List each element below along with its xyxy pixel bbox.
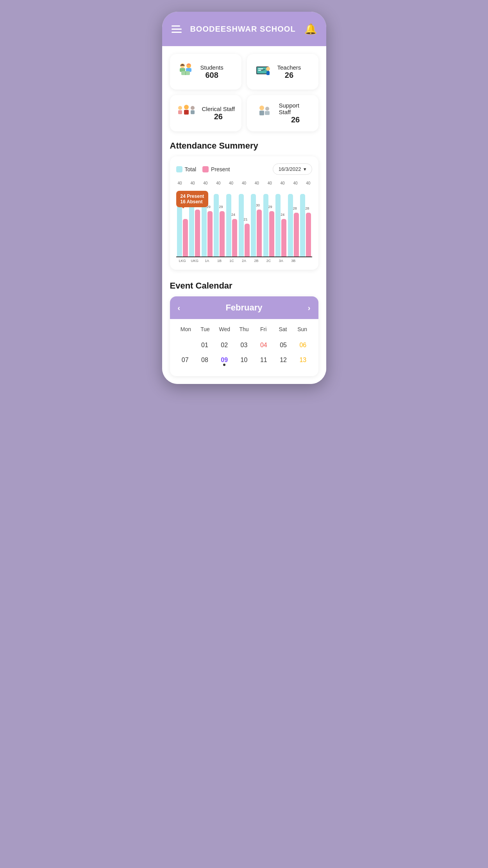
- legend-total: Total: [176, 166, 197, 172]
- support-value: 26: [279, 115, 312, 124]
- bar-1c: 24: [226, 187, 238, 256]
- cal-day-01[interactable]: 01: [196, 338, 214, 353]
- cal-day-09[interactable]: 09: [215, 353, 233, 370]
- bar-1b: 29: [214, 187, 225, 256]
- today-dot: [223, 364, 225, 366]
- support-card[interactable]: Support Staff 26: [247, 95, 318, 131]
- next-month-button[interactable]: ›: [308, 303, 311, 312]
- bar-2a: 21: [238, 187, 250, 256]
- cal-day-13[interactable]: 13: [294, 353, 312, 370]
- day-sun: Sun: [293, 324, 312, 335]
- cal-day-03[interactable]: 03: [235, 338, 253, 353]
- day-names-row: Mon Tue Wed Thu Fri Sat Sun: [176, 324, 312, 335]
- clerical-icon: [176, 102, 197, 124]
- svg-point-18: [191, 106, 195, 110]
- calendar-grid: Mon Tue Wed Thu Fri Sat Sun 01 02 03 04 …: [170, 319, 318, 376]
- svg-rect-14: [178, 110, 182, 114]
- svg-rect-23: [265, 111, 270, 115]
- cal-day-07[interactable]: 07: [176, 353, 194, 370]
- dropdown-icon: ▾: [304, 166, 306, 172]
- svg-point-15: [184, 105, 189, 109]
- notification-button[interactable]: [304, 23, 317, 35]
- phone-container: BOODEESHWAR SCHOOL: [162, 12, 326, 384]
- menu-button[interactable]: [172, 23, 182, 35]
- present-label: Present: [211, 166, 230, 172]
- teachers-value: 26: [277, 71, 301, 80]
- clerical-card[interactable]: Clerical Staff 26: [170, 95, 241, 131]
- support-text: Support Staff 26: [279, 102, 312, 124]
- cal-day-05[interactable]: 05: [274, 338, 292, 353]
- day-wed: Wed: [215, 324, 234, 335]
- svg-rect-21: [259, 111, 264, 115]
- cal-day-12[interactable]: 12: [274, 353, 292, 370]
- svg-point-20: [259, 106, 264, 110]
- cal-day-04[interactable]: 04: [255, 338, 273, 353]
- teachers-text: Teachers 26: [277, 64, 301, 80]
- calendar-title: Event Calendar: [170, 281, 318, 291]
- students-label: Students: [200, 64, 223, 71]
- bar-2b: 30: [251, 187, 262, 256]
- cal-day-08[interactable]: 08: [196, 353, 214, 370]
- teachers-label: Teachers: [277, 64, 301, 71]
- teachers-icon: [253, 61, 272, 82]
- bar-extra: 28: [300, 187, 311, 256]
- date-selector[interactable]: 16/3/2022 ▾: [273, 163, 312, 175]
- clerical-value: 26: [202, 112, 235, 121]
- bar-present-lkg: [183, 219, 188, 256]
- chart-x-labels: LKG UKG 1A 1B 1C 2A 2B 2C 3A 3B: [176, 257, 312, 263]
- date-value: 16/3/2022: [279, 166, 301, 172]
- cal-day-02[interactable]: 02: [215, 338, 233, 353]
- clerical-label: Clerical Staff: [202, 106, 235, 112]
- present-dot: [202, 166, 209, 172]
- day-fri: Fri: [254, 324, 273, 335]
- month-label: February: [225, 303, 262, 313]
- cal-day-11[interactable]: 11: [255, 353, 273, 370]
- students-value: 608: [200, 71, 223, 80]
- calendar-card: ‹ February › Mon Tue Wed Thu Fri Sat Sun: [170, 296, 318, 376]
- teachers-card[interactable]: Teachers 26: [247, 54, 318, 90]
- week-1: 01 02 03 04 05 06: [176, 338, 312, 353]
- week-2: 07 08 09 10 11 12 13: [176, 353, 312, 370]
- day-thu: Thu: [234, 324, 254, 335]
- main-content: Students 608: [162, 46, 326, 384]
- bar-3a: 24: [275, 187, 287, 256]
- total-labels: 4040404040 404040404040: [176, 181, 312, 185]
- bar-2c: 29: [263, 187, 274, 256]
- total-label: Total: [185, 166, 197, 172]
- students-text: Students 608: [200, 64, 223, 80]
- chart-legend: Total Present: [176, 166, 230, 172]
- chart-header: Total Present 16/3/2022 ▾: [176, 163, 312, 175]
- bar-chart: 24 Present 16 Absent: [176, 187, 312, 257]
- cal-day-empty-1: [176, 338, 194, 353]
- stats-grid: Students 608: [170, 54, 318, 131]
- svg-point-10: [266, 67, 270, 71]
- day-sat: Sat: [273, 324, 293, 335]
- students-card[interactable]: Students 608: [170, 54, 241, 90]
- cal-day-06[interactable]: 06: [294, 338, 312, 353]
- bar-3b: 28: [288, 187, 299, 256]
- tooltip-line1: 24 Present: [181, 194, 204, 199]
- svg-rect-11: [266, 71, 270, 75]
- svg-rect-19: [191, 110, 195, 114]
- clerical-text: Clerical Staff 26: [202, 106, 235, 121]
- app-title: BOODEESHWAR SCHOOL: [190, 25, 295, 34]
- tooltip-line2: 16 Absent: [181, 199, 204, 204]
- svg-point-13: [178, 106, 182, 110]
- total-dot: [176, 166, 182, 172]
- day-tue: Tue: [195, 324, 215, 335]
- svg-point-22: [265, 107, 269, 111]
- legend-present: Present: [202, 166, 230, 172]
- attendance-title: Attendance Summery: [170, 141, 318, 151]
- students-icon: [176, 61, 195, 82]
- prev-month-button[interactable]: ‹: [178, 303, 181, 312]
- attendance-chart-card: Total Present 16/3/2022 ▾ 4040404040 404…: [170, 156, 318, 270]
- bar-tooltip: 24 Present 16 Absent: [176, 191, 209, 207]
- app-header: BOODEESHWAR SCHOOL: [162, 12, 326, 46]
- support-label: Support Staff: [279, 102, 312, 115]
- day-mon: Mon: [176, 324, 196, 335]
- calendar-nav: ‹ February ›: [170, 296, 318, 319]
- support-icon: [253, 102, 273, 124]
- cal-day-10[interactable]: 10: [235, 353, 253, 370]
